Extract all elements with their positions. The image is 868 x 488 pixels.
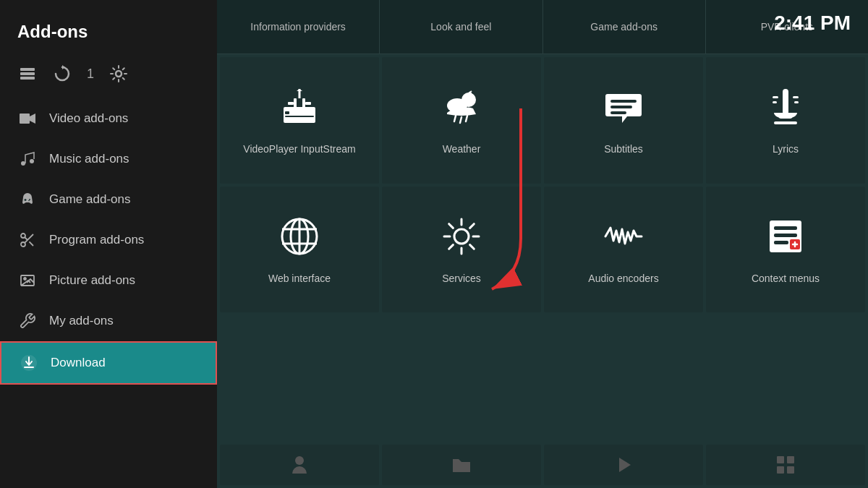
- svg-rect-2: [20, 77, 35, 80]
- svg-rect-23: [305, 102, 311, 105]
- grid-cell-videoplayer-inputstream[interactable]: VideoPlayer InputStream: [220, 57, 379, 184]
- music-icon: [17, 149, 38, 169]
- svg-rect-33: [610, 106, 632, 108]
- web-icon: [278, 215, 321, 264]
- gamepad-icon: [17, 189, 38, 210]
- sidebar-item-game-addons[interactable]: Game add-ons: [0, 179, 217, 220]
- sidebar-item-label: Game add-ons: [49, 192, 130, 207]
- sidebar-item-program-addons[interactable]: Program add-ons: [0, 220, 217, 260]
- layers-icon[interactable]: [17, 64, 38, 84]
- sidebar-item-label: Music add-ons: [49, 152, 129, 166]
- svg-rect-37: [773, 96, 778, 98]
- svg-marker-56: [619, 458, 631, 472]
- sidebar-item-label: My add-ons: [49, 314, 114, 328]
- svg-point-16: [24, 278, 26, 280]
- grid-cell-weather[interactable]: Weather: [382, 57, 541, 184]
- main-content: 2:41 PM Information providers Look and f…: [217, 0, 868, 488]
- tab-game-addons[interactable]: Game add-ons: [543, 0, 706, 53]
- page-title: Add-ons: [0, 14, 217, 56]
- sidebar-item-video-addons[interactable]: Video add-ons: [0, 98, 217, 139]
- sidebar-item-download[interactable]: Download: [0, 341, 217, 385]
- grid-cell-lyrics[interactable]: Lyrics: [706, 57, 865, 184]
- tab-info-providers[interactable]: Information providers: [217, 0, 380, 53]
- svg-rect-60: [787, 466, 794, 474]
- wrench-icon: [17, 311, 38, 331]
- sidebar-item-music-addons[interactable]: Music add-ons: [0, 139, 217, 179]
- cell-label: Subtitles: [604, 143, 643, 155]
- grid-cell-web-interface[interactable]: Web interface: [220, 187, 379, 313]
- context-menu-icon: [764, 215, 807, 264]
- svg-point-12: [28, 200, 30, 202]
- videoplayer-icon: [278, 85, 321, 134]
- svg-line-29: [454, 116, 456, 121]
- sidebar-item-my-addons[interactable]: My add-ons: [0, 301, 217, 341]
- svg-rect-34: [610, 111, 626, 114]
- settings-icon[interactable]: [109, 64, 129, 84]
- grid-cell-audio-encoders[interactable]: Audio encoders: [544, 187, 703, 313]
- cell-label: Lyrics: [773, 143, 799, 155]
- svg-marker-3: [62, 65, 65, 69]
- services-icon: [440, 215, 483, 264]
- svg-point-8: [30, 159, 34, 163]
- svg-rect-49: [774, 226, 797, 230]
- grid-cell-services[interactable]: Services: [382, 187, 541, 313]
- cell-label: Weather: [443, 143, 481, 155]
- svg-point-13: [21, 234, 25, 238]
- svg-rect-59: [777, 466, 784, 474]
- svg-line-31: [466, 116, 467, 121]
- audio-icon: [602, 215, 645, 264]
- svg-rect-51: [774, 241, 788, 244]
- svg-rect-25: [285, 116, 314, 117]
- cell-label: Web interface: [268, 273, 331, 284]
- bottom-cell-2[interactable]: [382, 445, 541, 485]
- svg-rect-5: [20, 114, 30, 124]
- svg-rect-50: [774, 234, 797, 237]
- weather-icon: [440, 85, 483, 134]
- tab-look-feel[interactable]: Look and feel: [380, 0, 542, 53]
- svg-rect-35: [783, 89, 788, 115]
- sidebar-item-label: Picture add-ons: [49, 273, 135, 288]
- cell-label: Services: [442, 273, 481, 284]
- update-badge: 1: [87, 67, 94, 82]
- svg-rect-38: [793, 96, 799, 98]
- svg-point-14: [21, 242, 25, 247]
- svg-point-7: [21, 161, 25, 166]
- scissors-icon: [17, 230, 38, 250]
- clock: 2:41 PM: [774, 12, 851, 35]
- bottom-cell-3[interactable]: [544, 445, 703, 485]
- refresh-icon[interactable]: [52, 64, 72, 84]
- addon-grid: VideoPlayer InputStream Weather: [217, 54, 868, 445]
- sidebar-item-picture-addons[interactable]: Picture add-ons: [0, 260, 217, 301]
- sidebar-toolbar: 1: [0, 56, 217, 98]
- svg-point-47: [454, 229, 469, 244]
- picture-icon: [17, 270, 38, 291]
- svg-rect-32: [610, 100, 637, 103]
- svg-rect-58: [787, 456, 794, 463]
- lyrics-icon: [764, 85, 807, 134]
- bottom-partial-row: [217, 445, 868, 488]
- sidebar-item-label: Program add-ons: [49, 233, 144, 247]
- sidebar: Add-ons 1: [0, 0, 217, 488]
- grid-cell-subtitles[interactable]: Subtitles: [544, 57, 703, 184]
- grid-cell-context-menus[interactable]: Context menus: [706, 187, 865, 313]
- bottom-cell-1[interactable]: [220, 445, 379, 485]
- svg-rect-22: [288, 102, 294, 105]
- svg-rect-24: [285, 111, 289, 114]
- svg-rect-1: [20, 72, 35, 75]
- svg-rect-19: [284, 107, 315, 123]
- svg-line-30: [460, 117, 461, 123]
- bottom-cell-4[interactable]: [706, 445, 865, 485]
- svg-marker-6: [30, 114, 35, 124]
- cell-label: Audio encoders: [588, 273, 658, 284]
- sidebar-item-label: Download: [51, 356, 106, 370]
- svg-rect-0: [20, 68, 35, 71]
- cell-label: Context menus: [752, 273, 820, 284]
- svg-rect-40: [794, 101, 799, 103]
- subtitles-icon: [602, 85, 645, 134]
- video-icon: [17, 108, 38, 129]
- sidebar-item-label: Video add-ons: [49, 111, 128, 126]
- top-tabs: Information providers Look and feel Game…: [217, 0, 868, 54]
- svg-rect-41: [774, 121, 797, 124]
- svg-rect-57: [777, 456, 784, 463]
- cell-label: VideoPlayer InputStream: [243, 143, 355, 155]
